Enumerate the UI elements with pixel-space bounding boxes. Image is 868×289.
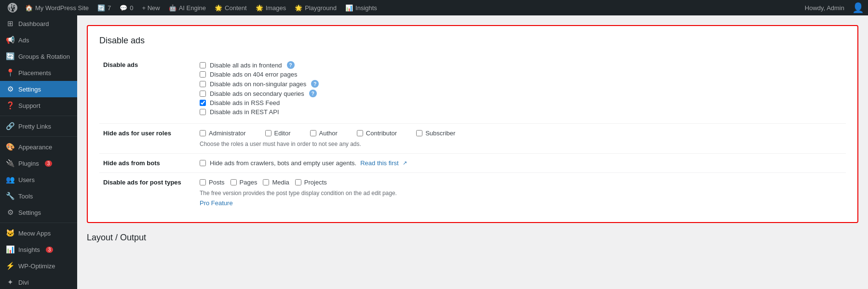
ads-icon: 📢 — [6, 36, 14, 44]
sidebar-item-pretty-links[interactable]: 🔗 Pretty Links — [0, 118, 77, 134]
sidebar-item-settings[interactable]: ⚙ Settings — [0, 81, 77, 97]
role-subscriber-label[interactable]: Subscriber — [425, 130, 455, 137]
sidebar-item-settings2[interactable]: ⚙ Settings — [0, 204, 77, 221]
help-secondary-icon[interactable]: ? — [309, 90, 317, 97]
role-author-label[interactable]: Author — [319, 130, 338, 137]
hide-ads-roles-label: Hide ads for user roles — [99, 124, 196, 154]
adminbar-ai-engine[interactable]: 🤖 AI Engine — [165, 0, 210, 15]
checkbox-frontend-input[interactable] — [200, 62, 206, 68]
wp-optimize-icon: ⚡ — [6, 262, 14, 270]
adminbar-comments[interactable]: 💬 0 — [116, 0, 137, 15]
sidebar-item-appearance[interactable]: 🎨 Appearance — [0, 139, 77, 155]
bots-row: Hide ads from crawlers, bots and empty u… — [200, 159, 842, 167]
sidebar-label-insights2: Insights — [18, 246, 40, 253]
checkbox-rest-label[interactable]: Disable ads in REST API — [210, 108, 279, 116]
post-type-projects-checkbox[interactable] — [295, 179, 301, 185]
sidebar-label-divi: Divi — [18, 279, 29, 286]
checkbox-404-input[interactable] — [200, 71, 206, 78]
role-editor-label[interactable]: Editor — [274, 130, 291, 137]
checkbox-rest-input[interactable] — [200, 109, 206, 115]
sidebar-label-dashboard: Dashboard — [18, 20, 49, 27]
post-type-posts-label[interactable]: Posts — [209, 179, 225, 186]
role-author-checkbox[interactable] — [310, 130, 316, 136]
sidebar-item-ads[interactable]: 📢 Ads — [0, 32, 77, 48]
help-frontend-icon[interactable]: ? — [287, 61, 295, 69]
post-type-media: Media — [263, 179, 289, 186]
help-nonsingular-icon[interactable]: ? — [311, 80, 319, 88]
admin-avatar-icon: 👤 — [852, 2, 864, 13]
adminbar-playground[interactable]: 🌟 Playground — [291, 0, 340, 15]
adminbar-new[interactable]: + New — [138, 0, 163, 15]
sidebar-item-dashboard[interactable]: ⊞ Dashboard — [0, 15, 77, 32]
wp-logo[interactable] — [4, 3, 21, 13]
sidebar-item-placements[interactable]: 📍 Placements — [0, 65, 77, 81]
post-type-pages-checkbox[interactable] — [231, 179, 237, 185]
adminbar-updates[interactable]: 🔄 7 — [94, 0, 115, 15]
sidebar-item-meow-apps[interactable]: 🐱 Meow Apps — [0, 225, 77, 241]
post-type-media-checkbox[interactable] — [263, 179, 269, 185]
sidebar-item-support[interactable]: ❓ Support — [0, 97, 77, 114]
new-label: + New — [142, 4, 160, 12]
post-types-row: Posts Pages Media — [200, 179, 842, 186]
adminbar-site[interactable]: 🏠 My WordPress Site — [21, 0, 93, 15]
playground-label: Playground — [305, 4, 337, 12]
pretty-links-icon: 🔗 — [6, 122, 14, 131]
adminbar-insights[interactable]: 📊 Insights — [341, 0, 381, 15]
plugins-icon: 🔌 — [6, 159, 14, 168]
sidebar-item-insights2[interactable]: 📊 Insights 3 — [0, 241, 77, 258]
updates-icon: 🔄 — [97, 4, 105, 12]
checkbox-bots-label[interactable]: Hide ads from crawlers, bots and empty u… — [210, 159, 356, 167]
checkbox-404-label[interactable]: Disable ads on 404 error pages — [210, 71, 297, 78]
insights-bar-label: Insights — [355, 4, 377, 12]
sidebar-item-plugins[interactable]: 🔌 Plugins 3 — [0, 155, 77, 171]
checkbox-nonsingular-label[interactable]: Disable ads on non-singular pages — [210, 80, 306, 88]
role-subscriber-checkbox[interactable] — [416, 130, 422, 136]
post-type-pages-label[interactable]: Pages — [240, 179, 258, 186]
comments-count: 0 — [130, 4, 133, 12]
role-administrator-checkbox[interactable] — [200, 130, 206, 136]
sidebar-item-users[interactable]: 👥 Users — [0, 171, 77, 188]
post-type-posts-checkbox[interactable] — [200, 179, 206, 185]
role-contributor-label[interactable]: Contributor — [366, 130, 397, 137]
checkbox-rest: Disable ads in REST API — [200, 108, 842, 116]
hide-ads-bots-row: Hide ads from bots Hide ads from crawler… — [99, 154, 846, 173]
howdy-text[interactable]: Howdy, Admin — [801, 4, 848, 12]
sidebar-item-tools[interactable]: 🔧 Tools — [0, 188, 77, 204]
images-label: Images — [266, 4, 286, 12]
roles-row: Administrator Editor Author — [200, 130, 842, 137]
checkbox-rss-label[interactable]: Disable ads in RSS Feed — [210, 99, 280, 106]
adminbar-content[interactable]: 🌟 Content — [211, 0, 251, 15]
sidebar-item-wp-optimize[interactable]: ⚡ WP-Optimize — [0, 258, 77, 274]
sidebar-menu: ⊞ Dashboard 📢 Ads 🔄 Groups & Rotation 📍 … — [0, 15, 77, 289]
divi-icon: ✦ — [6, 278, 14, 287]
checkbox-bots-input[interactable] — [200, 160, 206, 166]
layout-output-section: Layout / Output — [87, 233, 858, 243]
sidebar-label-settings2: Settings — [18, 209, 41, 216]
role-administrator-label[interactable]: Administrator — [209, 130, 246, 137]
ai-engine-icon: 🤖 — [169, 4, 176, 12]
adminbar-images[interactable]: 🌟 Images — [252, 0, 290, 15]
sidebar-separator-1 — [0, 116, 77, 116]
pro-feature-link[interactable]: Pro Feature — [200, 199, 233, 207]
ai-engine-label: AI Engine — [179, 4, 206, 12]
checkbox-404: Disable ads on 404 error pages — [200, 71, 842, 78]
post-type-projects-label[interactable]: Projects — [304, 179, 327, 186]
tools-icon: 🔧 — [6, 192, 14, 200]
checkbox-frontend-label[interactable]: Disable all ads in frontend — [210, 62, 282, 69]
post-type-media-label[interactable]: Media — [272, 179, 289, 186]
sidebar-item-divi[interactable]: ✦ Divi — [0, 274, 77, 289]
role-contributor-checkbox[interactable] — [357, 130, 363, 136]
role-editor-checkbox[interactable] — [265, 130, 271, 136]
sidebar-label-settings: Settings — [18, 86, 41, 93]
checkbox-nonsingular-input[interactable] — [200, 81, 206, 87]
support-icon: ❓ — [6, 101, 14, 110]
sidebar-item-groups-rotation[interactable]: 🔄 Groups & Rotation — [0, 48, 77, 65]
checkbox-secondary-input[interactable] — [200, 91, 206, 97]
checkbox-secondary-label[interactable]: Disable ads on secondary queries — [210, 90, 304, 97]
read-first-link[interactable]: Read this first — [360, 159, 398, 167]
meow-icon: 🐱 — [6, 229, 14, 237]
checkbox-rss-input[interactable] — [200, 100, 206, 106]
role-editor: Editor — [265, 130, 291, 137]
disable-ads-section: Disable ads Disable ads Disable all ads … — [87, 25, 858, 223]
post-type-posts: Posts — [200, 179, 225, 186]
